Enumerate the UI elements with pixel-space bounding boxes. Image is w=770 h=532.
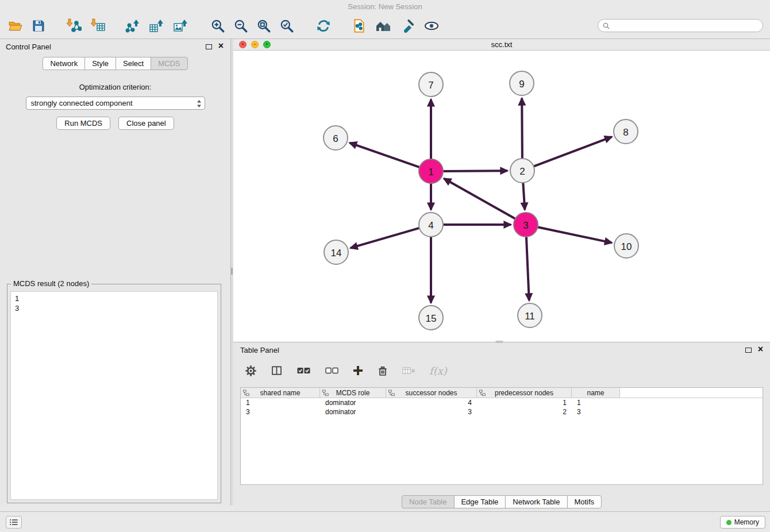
network-canvas[interactable]: 7968124314101511 [233, 51, 770, 342]
panels-menu-button[interactable] [6, 516, 22, 529]
zoom-out-button[interactable] [231, 16, 251, 36]
graph-edge-4-14[interactable] [351, 228, 419, 248]
import-network-button[interactable] [64, 16, 84, 36]
mcds-result-group: MCDS result (2 nodes) 13 [7, 284, 221, 503]
export-table-button[interactable] [147, 16, 167, 36]
zoom-in-icon [210, 18, 225, 33]
show-columns-button[interactable] [271, 365, 283, 376]
zoom-fit-button[interactable] [254, 16, 274, 36]
column-tree-icon [243, 390, 249, 396]
search-input[interactable] [613, 22, 758, 30]
close-panel-icon[interactable]: × [218, 41, 224, 51]
toggle-visibility-button[interactable] [422, 16, 441, 36]
function-builder-button: f(x) [429, 365, 447, 377]
open-folder-icon [8, 18, 23, 33]
document-network-icon [352, 18, 367, 33]
import-table-button[interactable] [88, 16, 108, 36]
trash-icon [377, 365, 388, 377]
tab-mcds[interactable]: MCDS [151, 57, 187, 70]
float-panel-icon[interactable] [206, 44, 212, 49]
export-image-icon [174, 18, 188, 33]
graph-edge-3-10[interactable] [538, 227, 612, 242]
float-table-panel-icon[interactable] [745, 348, 752, 353]
delete-row-button[interactable] [377, 365, 388, 377]
table-header-row: shared name MCDS role successor nodes pr… [241, 388, 763, 398]
graph-edge-3-1[interactable] [444, 179, 515, 219]
mcds-buttons-row: Run MCDS Close panel [0, 117, 230, 130]
maximize-window-icon[interactable]: + [263, 41, 271, 48]
save-icon [32, 19, 45, 33]
column-header-successor-nodes[interactable]: successor nodes [386, 388, 477, 398]
memory-status-icon [726, 520, 732, 525]
memory-button[interactable]: Memory [720, 516, 765, 529]
minimize-window-icon[interactable]: − [251, 41, 259, 48]
graph-node-label: 7 [428, 80, 433, 91]
home-button[interactable] [374, 16, 393, 36]
deselect-all-button[interactable] [325, 367, 339, 375]
table-row[interactable]: 1dominator411 [241, 398, 763, 407]
column-header-name[interactable]: name [572, 388, 620, 398]
refresh-view-button[interactable] [314, 16, 333, 36]
network-from-document-button[interactable] [349, 16, 369, 36]
style-brush-button[interactable] [398, 16, 417, 36]
graph-edge-2-3[interactable] [523, 183, 525, 210]
open-session-button[interactable] [6, 16, 25, 36]
tab-motifs[interactable]: Motifs [567, 495, 602, 508]
column-header-shared-name[interactable]: shared name [241, 388, 320, 398]
table-toolbar: f(x) [245, 360, 447, 381]
tab-style[interactable]: Style [84, 57, 116, 70]
tab-node-table[interactable]: Node Table [402, 495, 455, 508]
graph-edge-2-8[interactable] [534, 137, 612, 166]
gear-icon [245, 365, 257, 377]
network-graph: 7968124314101511 [233, 51, 770, 342]
graph-edge-1-6[interactable] [350, 143, 420, 168]
network-view-window: × − + scc.txt 7968124314101511 [233, 39, 770, 342]
zoom-selected-button[interactable] [277, 16, 297, 36]
import-table-icon [91, 18, 106, 33]
window-title: Session: New Session [348, 2, 422, 11]
export-network-button[interactable] [123, 16, 143, 36]
graph-edge-2-9[interactable] [522, 98, 522, 159]
column-tree-icon [388, 390, 395, 396]
delete-table-icon [402, 366, 415, 375]
add-row-button[interactable] [353, 365, 363, 376]
close-panel-button[interactable]: Close panel [118, 117, 174, 130]
close-table-panel-icon[interactable]: × [758, 345, 763, 354]
tab-network[interactable]: Network [43, 57, 85, 70]
table-row[interactable]: 3dominator323 [241, 407, 763, 417]
window-controls: × − + [239, 41, 271, 48]
column-header-predecessor-nodes[interactable]: predecessor nodes [477, 388, 572, 398]
optimization-criterion-label: Optimization criterion: [0, 83, 230, 91]
column-header-mcds-role[interactable]: MCDS role [320, 388, 386, 398]
run-mcds-button[interactable]: Run MCDS [56, 117, 110, 130]
list-icon [9, 518, 18, 526]
table-settings-button[interactable] [245, 365, 257, 377]
graph-node-label: 11 [525, 311, 535, 322]
search-icon [603, 22, 610, 29]
graph-node-label: 4 [428, 220, 433, 231]
table-panel-title: Table Panel [240, 346, 279, 354]
mcds-result-list[interactable]: 13 [10, 291, 218, 500]
graph-edge-1-2[interactable] [443, 171, 507, 171]
tab-select[interactable]: Select [116, 57, 151, 70]
table-panel-tabbar: Node Table Edge Table Network Table Moti… [402, 495, 602, 508]
control-panel-title: Control Panel [6, 43, 51, 51]
save-session-button[interactable] [29, 16, 48, 36]
close-window-icon[interactable]: × [239, 41, 247, 48]
table-cell: 4 [386, 398, 477, 407]
chevron-up-down-icon [197, 99, 202, 108]
zoom-in-button[interactable] [208, 16, 228, 36]
table-panel-header: Table Panel × [233, 342, 770, 357]
criterion-select[interactable]: strongly connected component [26, 97, 205, 110]
search-box[interactable] [598, 19, 763, 32]
export-image-button[interactable] [171, 16, 191, 36]
table-cell: 3 [386, 407, 477, 417]
tab-network-table[interactable]: Network Table [505, 495, 567, 508]
refresh-icon [316, 18, 331, 33]
select-all-button[interactable] [297, 367, 311, 375]
fx-icon: f(x) [429, 365, 447, 377]
table-cell: 2 [477, 407, 572, 417]
graph-edge-3-11[interactable] [526, 237, 529, 300]
unchecked-boxes-icon [325, 367, 339, 375]
tab-edge-table[interactable]: Edge Table [453, 495, 506, 508]
